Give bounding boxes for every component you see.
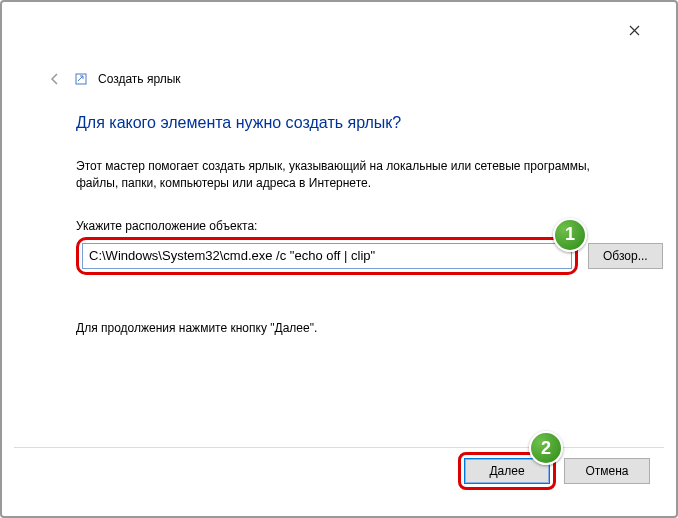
highlight-2: Далее 2	[458, 452, 556, 490]
path-input[interactable]	[82, 243, 572, 269]
cancel-button[interactable]: Отмена	[564, 458, 650, 484]
browse-button[interactable]: Обзор...	[588, 243, 663, 269]
window-title: Создать ярлык	[98, 72, 181, 86]
footer-separator	[14, 447, 664, 448]
annotation-badge-1: 1	[553, 218, 587, 252]
highlight-1: 1	[76, 237, 578, 275]
close-icon	[629, 25, 640, 36]
path-input-row: 1 Обзор...	[76, 237, 634, 275]
shortcut-icon	[74, 72, 88, 86]
annotation-badge-2: 2	[529, 431, 563, 465]
page-heading: Для какого элемента нужно создать ярлык?	[76, 114, 634, 132]
close-button[interactable]	[622, 18, 646, 42]
header-row: Создать ярлык	[46, 70, 181, 88]
path-label: Укажите расположение объекта:	[76, 219, 634, 233]
back-button[interactable]	[46, 70, 64, 88]
content-area: Для какого элемента нужно создать ярлык?…	[76, 114, 634, 335]
arrow-left-icon	[48, 72, 62, 86]
footer-buttons: Далее 2 Отмена	[458, 452, 650, 490]
description-text: Этот мастер помогает создать ярлык, указ…	[76, 158, 616, 193]
continue-hint: Для продолжения нажмите кнопку "Далее".	[76, 321, 634, 335]
dialog-window: Создать ярлык Для какого элемента нужно …	[4, 4, 674, 514]
